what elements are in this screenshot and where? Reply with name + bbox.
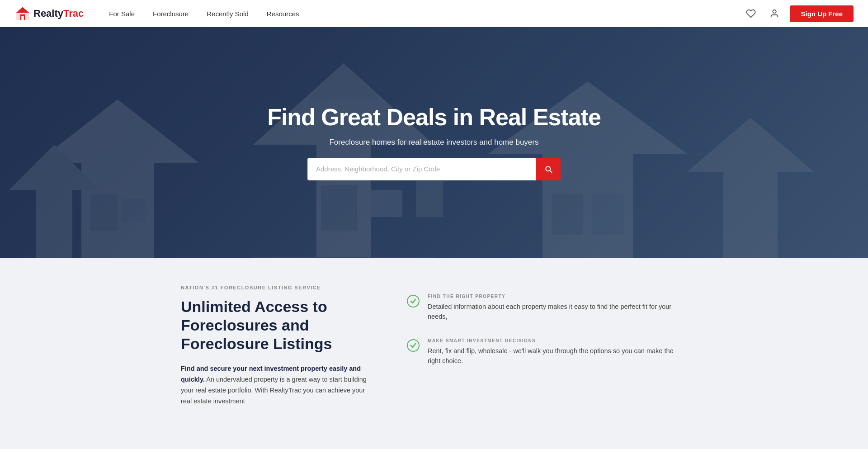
- search-icon: [544, 165, 553, 174]
- below-hero-inner: NATION'S #1 FORECLOSURE LISTING SERVICE …: [163, 285, 705, 407]
- nav-foreclosure[interactable]: Foreclosure: [146, 6, 196, 21]
- search-input[interactable]: [307, 158, 536, 180]
- section-body-rest: An undervalued property is a great way t…: [181, 376, 367, 405]
- account-button[interactable]: [766, 5, 783, 22]
- logo-text: RealtyTrac: [33, 8, 84, 19]
- section-body: Find and secure your next investment pro…: [181, 364, 371, 407]
- heart-icon: [746, 9, 756, 19]
- feature-check-2: [407, 339, 420, 352]
- below-hero-section: NATION'S #1 FORECLOSURE LISTING SERVICE …: [0, 258, 868, 425]
- svg-marker-1: [16, 7, 29, 13]
- nav-actions: Sign Up Free: [743, 5, 854, 22]
- check-icon-1: [410, 298, 416, 304]
- feature-item-2: MAKE SMART INVESTMENT DECISIONS Rent, fi…: [407, 338, 687, 366]
- hero-content: Find Great Deals in Real Estate Foreclos…: [258, 104, 610, 180]
- feature-desc-2: Rent, fix and flip, wholesale - we'll wa…: [428, 346, 687, 366]
- nav-for-sale[interactable]: For Sale: [102, 6, 142, 21]
- svg-rect-3: [21, 16, 24, 20]
- feature-text-1: FIND THE RIGHT PROPERTY Detailed informa…: [428, 294, 687, 322]
- logo-icon: [14, 5, 31, 22]
- svg-point-4: [773, 10, 776, 13]
- feature-text-2: MAKE SMART INVESTMENT DECISIONS Rent, fi…: [428, 338, 687, 366]
- navbar: RealtyTrac For Sale Foreclosure Recently…: [0, 0, 868, 27]
- feature-check-1: [407, 295, 420, 307]
- feature-item-1: FIND THE RIGHT PROPERTY Detailed informa…: [407, 294, 687, 322]
- check-icon-2: [410, 342, 416, 349]
- section-tag: NATION'S #1 FORECLOSURE LISTING SERVICE: [181, 285, 371, 290]
- user-icon: [769, 9, 779, 19]
- feature-label-2: MAKE SMART INVESTMENT DECISIONS: [428, 338, 687, 343]
- nav-links: For Sale Foreclosure Recently Sold Resou…: [102, 6, 743, 21]
- right-column: FIND THE RIGHT PROPERTY Detailed informa…: [407, 285, 687, 407]
- hero-subtitle: Foreclosure homes for real estate invest…: [329, 138, 538, 147]
- hero-section: Find Great Deals in Real Estate Foreclos…: [0, 27, 868, 258]
- section-heading: Unlimited Access to Foreclosures and For…: [181, 298, 371, 353]
- nav-recently-sold[interactable]: Recently Sold: [199, 6, 256, 21]
- signup-button[interactable]: Sign Up Free: [790, 5, 854, 22]
- left-column: NATION'S #1 FORECLOSURE LISTING SERVICE …: [181, 285, 371, 407]
- hero-search-bar: [307, 158, 561, 180]
- wishlist-button[interactable]: [743, 5, 759, 22]
- search-button[interactable]: [536, 158, 561, 180]
- logo-link[interactable]: RealtyTrac: [14, 5, 84, 22]
- nav-resources[interactable]: Resources: [259, 6, 307, 21]
- feature-label-1: FIND THE RIGHT PROPERTY: [428, 294, 687, 299]
- feature-desc-1: Detailed information about each property…: [428, 302, 687, 322]
- hero-title: Find Great Deals in Real Estate: [267, 104, 601, 130]
